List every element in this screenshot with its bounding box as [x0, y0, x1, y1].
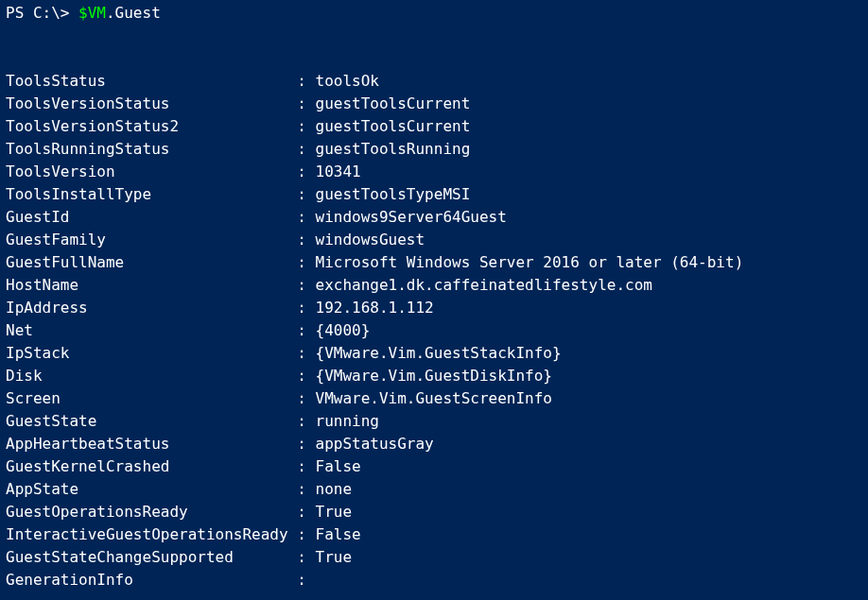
output-row: GuestFullName : Microsoft Windows Server… [6, 251, 862, 274]
property-value: guestToolsTypeMSI [316, 185, 471, 203]
property-value: exchange1.dk.caffeinatedlifestyle.com [316, 276, 652, 294]
output-row: GuestId : windows9Server64Guest [6, 206, 862, 229]
separator: : [297, 274, 315, 297]
separator: : [297, 93, 315, 115]
property-value: True [316, 503, 353, 521]
output-row: GuestOperationsReady : True [6, 501, 862, 523]
property-value: {VMware.Vim.GuestDiskInfo} [316, 367, 552, 385]
separator: : [297, 387, 315, 410]
property-value: VMware.Vim.GuestScreenInfo [316, 389, 552, 407]
property-name: GuestKernelCrashed [6, 455, 297, 478]
property-name: AppState [6, 478, 297, 501]
separator: : [297, 410, 315, 433]
output-row: InteractiveGuestOperationsReady : False [6, 523, 862, 546]
property-value: guestToolsCurrent [316, 94, 471, 112]
separator: : [297, 523, 315, 546]
property-name: ToolsInstallType [6, 183, 297, 206]
property-value: True [316, 548, 353, 566]
property-value: windows9Server64Guest [316, 208, 507, 226]
property-name: ToolsVersionStatus2 [6, 115, 297, 138]
separator: : [297, 161, 315, 183]
property-name: Disk [6, 365, 297, 387]
property-name: ToolsVersion [6, 161, 297, 183]
separator: : [297, 501, 315, 523]
property-value: False [316, 525, 361, 543]
property-name: GuestFamily [6, 229, 297, 251]
separator: : [297, 206, 315, 229]
property-name: GuestStateChangeSupported [6, 546, 297, 569]
property-value: running [316, 412, 379, 430]
output-block: ToolsStatus : toolsOkToolsVersionStatus … [6, 70, 862, 591]
separator: : [297, 138, 315, 161]
output-row: ToolsRunningStatus : guestToolsRunning [6, 138, 862, 161]
prompt-prefix: PS C:\> [6, 4, 78, 22]
property-name: GuestFullName [6, 251, 297, 274]
separator: : [297, 365, 315, 387]
separator: : [297, 478, 315, 501]
property-name: GuestOperationsReady [6, 501, 297, 523]
property-value: {VMware.Vim.GuestStackInfo} [316, 344, 562, 362]
separator: : [297, 115, 315, 138]
property-value: False [316, 457, 361, 475]
property-value: windowsGuest [316, 231, 425, 249]
separator: : [297, 319, 315, 342]
command-member: .Guest [106, 4, 161, 22]
property-name: InteractiveGuestOperationsReady [6, 523, 297, 546]
property-value: none [316, 480, 353, 498]
output-row: GuestStateChangeSupported : True [6, 546, 862, 569]
property-value: Microsoft Windows Server 2016 or later (… [316, 253, 744, 271]
separator: : [297, 433, 315, 455]
output-row: ToolsVersionStatus : guestToolsCurrent [6, 93, 862, 115]
separator: : [297, 183, 315, 206]
output-row: AppState : none [6, 478, 862, 501]
property-name: IpAddress [6, 297, 297, 319]
output-row: ToolsInstallType : guestToolsTypeMSI [6, 183, 862, 206]
property-value: guestToolsCurrent [316, 117, 471, 135]
property-name: GuestId [6, 206, 297, 229]
separator: : [297, 251, 315, 274]
powershell-prompt-line[interactable]: PS C:\> $VM.Guest [6, 2, 862, 25]
property-name: Screen [6, 387, 297, 410]
property-value: 192.168.1.112 [316, 299, 434, 317]
output-row: GuestState : running [6, 410, 862, 433]
output-row: GuestFamily : windowsGuest [6, 229, 862, 251]
property-name: AppHeartbeatStatus [6, 433, 297, 455]
separator: : [297, 455, 315, 478]
output-row: IpStack : {VMware.Vim.GuestStackInfo} [6, 342, 862, 365]
separator: : [297, 546, 315, 569]
output-row: ToolsVersion : 10341 [6, 161, 862, 183]
property-name: ToolsStatus [6, 70, 297, 93]
property-value: appStatusGray [316, 435, 434, 453]
property-name: ToolsRunningStatus [6, 138, 297, 161]
output-row: HostName : exchange1.dk.caffeinatedlifes… [6, 274, 862, 297]
property-value: guestToolsRunning [316, 140, 471, 158]
property-value: {4000} [316, 321, 371, 339]
property-value: 10341 [316, 163, 361, 180]
property-value: toolsOk [316, 72, 379, 90]
property-name: Net [6, 319, 297, 342]
separator: : [297, 229, 315, 251]
property-name: IpStack [6, 342, 297, 365]
property-name: GenerationInfo [6, 569, 297, 591]
separator: : [297, 569, 315, 591]
separator: : [297, 342, 315, 365]
output-row: AppHeartbeatStatus : appStatusGray [6, 433, 862, 455]
output-row: ToolsStatus : toolsOk [6, 70, 862, 93]
output-row: Net : {4000} [6, 319, 862, 342]
output-row: GenerationInfo : [6, 569, 862, 591]
property-name: GuestState [6, 410, 297, 433]
output-row: Screen : VMware.Vim.GuestScreenInfo [6, 387, 862, 410]
output-row: IpAddress : 192.168.1.112 [6, 297, 862, 319]
property-name: ToolsVersionStatus [6, 93, 297, 115]
property-name: HostName [6, 274, 297, 297]
separator: : [297, 297, 315, 319]
output-row: GuestKernelCrashed : False [6, 455, 862, 478]
output-row: Disk : {VMware.Vim.GuestDiskInfo} [6, 365, 862, 387]
separator: : [297, 70, 315, 93]
output-row: ToolsVersionStatus2 : guestToolsCurrent [6, 115, 862, 138]
command-variable: $VM [78, 4, 106, 22]
